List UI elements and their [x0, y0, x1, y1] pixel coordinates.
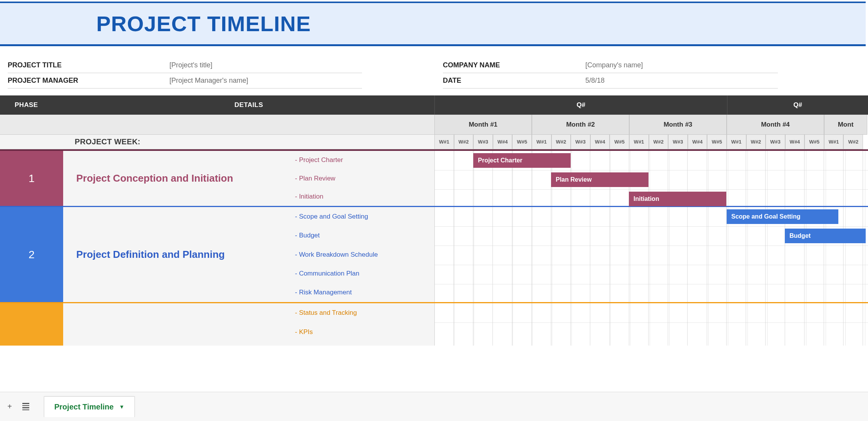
add-sheet-button[interactable]: +: [5, 402, 15, 412]
week-header: W#1: [629, 135, 649, 149]
week-header: W#5: [707, 135, 727, 149]
week-header: W#1: [824, 135, 844, 149]
detail-item[interactable]: - Status and Tracking: [294, 303, 434, 322]
phase-details: - Status and Tracking - KPIs: [294, 303, 434, 346]
week-header: W#2: [551, 135, 571, 149]
month-5: Mont: [824, 115, 867, 135]
detail-item[interactable]: - Project Charter: [294, 151, 434, 169]
col-details: DETAILS: [63, 95, 434, 115]
field-company-name[interactable]: COMPANY NAME [Company's name]: [443, 58, 778, 73]
detail-item[interactable]: - Risk Management: [294, 283, 434, 302]
week-header: W#2: [843, 135, 863, 149]
detail-item[interactable]: - Communication Plan: [294, 264, 434, 283]
value: [Project Manager's name]: [169, 77, 248, 85]
detail-item[interactable]: - Initiation: [294, 187, 434, 206]
phase-details: - Scope and Goal Setting - Budget - Work…: [294, 207, 434, 302]
value: 5/8/18: [585, 77, 605, 85]
all-sheets-button[interactable]: [21, 402, 31, 412]
month-2: Month #2: [532, 115, 629, 135]
month-3: Month #3: [629, 115, 727, 135]
phase-number: [0, 303, 63, 346]
field-project-title[interactable]: PROJECT TITLE [Project's title]: [8, 58, 362, 73]
phase-title[interactable]: Project Definition and Planning: [63, 207, 294, 302]
page-title: PROJECT TIMELINE: [96, 11, 311, 36]
detail-item[interactable]: - Plan Review: [294, 169, 434, 188]
gantt-area[interactable]: Project Charter Plan Review Initiation: [434, 151, 868, 206]
project-week-label: PROJECT WEEK:: [63, 135, 434, 149]
gantt-bar[interactable]: Plan Review: [551, 172, 648, 187]
value: [Project's title]: [169, 61, 212, 69]
label: COMPANY NAME: [443, 61, 585, 69]
phase-row-1: 1 Project Conception and Initiation - Pr…: [0, 149, 868, 207]
gantt-area[interactable]: Scope and Goal Setting Budget: [434, 207, 868, 302]
project-info: PROJECT TITLE [Project's title] COMPANY …: [0, 46, 868, 95]
week-header: W#4: [688, 135, 707, 149]
field-date[interactable]: DATE 5/8/18: [443, 73, 778, 89]
value: [Company's name]: [585, 61, 643, 69]
week-header: W#1: [532, 135, 551, 149]
phase-number: 2: [0, 207, 63, 302]
gantt-bar[interactable]: Initiation: [629, 192, 726, 206]
week-header: W#4: [785, 135, 805, 149]
timeline-grid: PHASE DETAILS Q# Q# Month #1 Month #2 Mo…: [0, 95, 868, 346]
label: PROJECT MANAGER: [8, 77, 169, 85]
detail-item[interactable]: - Work Breakdown Schedule: [294, 245, 434, 264]
week-header: W#5: [804, 135, 824, 149]
gantt-bar[interactable]: Budget: [785, 229, 866, 243]
week-header: W#1: [727, 135, 746, 149]
detail-item[interactable]: - Budget: [294, 226, 434, 245]
sheet-tab-project-timeline[interactable]: Project Timeline ▼: [44, 396, 135, 417]
week-header: W#2: [746, 135, 766, 149]
week-header: W#3: [668, 135, 688, 149]
menu-icon: [22, 403, 29, 410]
col-phase: PHASE: [0, 95, 63, 115]
col-quarter-2: Q#: [727, 95, 868, 115]
week-header: W#4: [493, 135, 513, 149]
week-header: W#3: [473, 135, 493, 149]
col-quarter-1: Q#: [434, 95, 727, 115]
sheet-tab-label: Project Timeline: [54, 403, 114, 411]
gantt-area[interactable]: [434, 303, 868, 346]
week-header: W#3: [571, 135, 590, 149]
caret-down-icon: ▼: [119, 404, 124, 410]
phase-row-2: 2 Project Definition and Planning - Scop…: [0, 207, 868, 303]
gantt-bar[interactable]: Scope and Goal Setting: [727, 209, 838, 224]
week-header: W#2: [454, 135, 474, 149]
month-4: Month #4: [727, 115, 824, 135]
week-header: W#3: [766, 135, 785, 149]
field-project-manager[interactable]: PROJECT MANAGER [Project Manager's name]: [8, 73, 362, 89]
label: PROJECT TITLE: [8, 61, 169, 69]
label: DATE: [443, 77, 585, 85]
week-header: W#1: [434, 135, 454, 149]
title-banner: PROJECT TIMELINE: [0, 2, 866, 46]
week-header: W#4: [590, 135, 610, 149]
sheet-tabbar: + Project Timeline ▼: [0, 392, 868, 421]
detail-item[interactable]: - KPIs: [294, 322, 434, 342]
gantt-bar[interactable]: Project Charter: [473, 153, 571, 168]
phase-details: - Project Charter - Plan Review - Initia…: [294, 151, 434, 206]
week-header: W#5: [610, 135, 629, 149]
phase-row-3: - Status and Tracking - KPIs: [0, 303, 868, 346]
detail-item[interactable]: - Scope and Goal Setting: [294, 207, 434, 226]
week-header: W#2: [649, 135, 669, 149]
week-header: W#5: [512, 135, 532, 149]
phase-title[interactable]: Project Conception and Initiation: [63, 151, 294, 206]
phase-number: 1: [0, 151, 63, 206]
month-1: Month #1: [434, 115, 532, 135]
phase-title[interactable]: [63, 303, 294, 346]
